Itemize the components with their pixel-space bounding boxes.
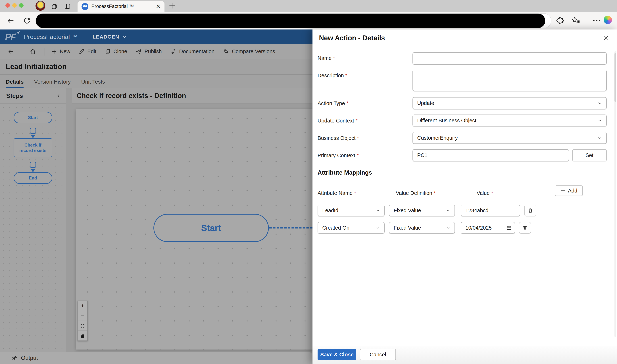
screen: PF ProcessFactorial ™ ✕ bbox=[0, 0, 617, 364]
tab-close-icon[interactable]: ✕ bbox=[156, 3, 161, 10]
mapping-row1-attribute-select[interactable]: LeadId bbox=[317, 205, 384, 216]
add-step-button[interactable] bbox=[30, 128, 36, 134]
set-button[interactable]: Set bbox=[572, 149, 607, 161]
favorites-star-icon[interactable] bbox=[571, 16, 580, 25]
document-icon bbox=[170, 48, 177, 55]
extensions-puzzle-icon[interactable] bbox=[556, 16, 564, 25]
mapping-row1-definition-select[interactable]: Fixed Value bbox=[389, 205, 455, 216]
output-bar[interactable]: Output bbox=[0, 352, 312, 364]
zoom-out-button[interactable]: − bbox=[78, 311, 88, 321]
tab-title: ProcessFactorial ™ bbox=[91, 4, 154, 9]
trash-icon bbox=[528, 208, 533, 213]
step-node-start[interactable]: Start bbox=[14, 112, 52, 123]
panel-close-icon[interactable] bbox=[603, 34, 610, 41]
cancel-button[interactable]: Cancel bbox=[360, 349, 396, 360]
pin-icon bbox=[11, 355, 17, 361]
sidebar-toggle-icon[interactable] bbox=[64, 2, 71, 10]
mapping-row1-value-input[interactable]: 1234abcd bbox=[461, 205, 520, 216]
profile-avatar[interactable] bbox=[36, 1, 45, 11]
mapping-row2-date-input[interactable]: 10/04/2025 bbox=[461, 222, 515, 234]
canvas-node-start[interactable]: Start bbox=[153, 214, 269, 242]
panel-title: New Action - Details bbox=[319, 34, 385, 42]
toolbar-publish-button[interactable]: Publish bbox=[136, 48, 162, 55]
action-type-select[interactable]: Update bbox=[412, 97, 607, 109]
tab-version-history[interactable]: Version History bbox=[34, 79, 71, 88]
toolbar-back-button[interactable] bbox=[8, 48, 14, 55]
steps-minimap: Start Check if record exists bbox=[0, 104, 66, 352]
pencil-icon bbox=[79, 49, 85, 55]
toolbar-edit-button[interactable]: Edit bbox=[79, 49, 96, 55]
address-field[interactable] bbox=[36, 13, 551, 28]
new-action-panel: New Action - Details Name* Description* … bbox=[313, 29, 617, 364]
unlock-icon bbox=[80, 333, 85, 338]
attribute-mappings-title: Attribute Mappings bbox=[317, 169, 372, 176]
calendar-icon[interactable] bbox=[506, 225, 512, 231]
value-definition-header: Value Definition* bbox=[396, 190, 436, 196]
step-connector bbox=[30, 157, 36, 172]
traffic-light-zoom[interactable] bbox=[19, 3, 24, 8]
description-label: Description* bbox=[317, 73, 347, 78]
name-input[interactable] bbox=[412, 52, 607, 65]
primary-context-input[interactable]: PC1 bbox=[412, 149, 569, 161]
plus-icon bbox=[560, 188, 566, 193]
primary-context-label: Primary Context* bbox=[317, 153, 359, 158]
chevron-down-icon bbox=[375, 208, 380, 213]
toolbar-documentation-button[interactable]: Documentation bbox=[170, 48, 215, 55]
mapping-row2-delete-button[interactable] bbox=[519, 222, 531, 234]
add-step-button[interactable] bbox=[30, 162, 36, 168]
mapping-row2-attribute-select[interactable]: Created On bbox=[317, 222, 384, 234]
update-context-select[interactable]: Different Business Object bbox=[412, 115, 607, 127]
chevron-down-icon bbox=[122, 35, 127, 39]
plus-icon bbox=[51, 49, 57, 55]
attribute-name-header: Attribute Name* bbox=[317, 190, 356, 196]
business-object-select[interactable]: CustomerEnquiry bbox=[412, 132, 607, 144]
chevron-down-icon bbox=[597, 135, 602, 140]
browser-tab[interactable]: PF ProcessFactorial ™ ✕ bbox=[78, 1, 165, 12]
collapse-chevron-left-icon[interactable] bbox=[56, 93, 61, 99]
mapping-row1-delete-button[interactable] bbox=[524, 205, 536, 216]
toolbar-home-button[interactable] bbox=[29, 48, 36, 55]
zoom-in-button[interactable]: + bbox=[78, 301, 88, 311]
reload-icon[interactable] bbox=[23, 16, 31, 25]
plus-icon bbox=[31, 163, 35, 167]
description-textarea[interactable] bbox=[412, 70, 607, 91]
tab-details[interactable]: Details bbox=[6, 79, 24, 88]
mapping-row2-definition-select[interactable]: Fixed Value bbox=[389, 222, 455, 234]
tab-unit-tests[interactable]: Unit Tests bbox=[81, 79, 105, 88]
chevron-down-icon bbox=[446, 208, 451, 213]
pending-connection-line bbox=[269, 227, 313, 229]
step-node-check[interactable]: Check if record exists bbox=[14, 138, 52, 157]
step-node-end[interactable]: End bbox=[14, 172, 52, 184]
toolbar-compare-versions-button[interactable]: Compare Versions bbox=[223, 48, 275, 55]
traffic-light-close[interactable] bbox=[5, 3, 10, 8]
save-and-close-button[interactable]: Save & Close bbox=[317, 349, 356, 360]
browser-tab-bar: PF ProcessFactorial ™ ✕ bbox=[0, 0, 617, 12]
copilot-icon[interactable] bbox=[603, 16, 612, 24]
update-context-label: Update Context* bbox=[317, 118, 357, 124]
chevron-down-icon bbox=[597, 118, 602, 123]
toolbar-clone-button[interactable]: Clone bbox=[105, 49, 127, 55]
new-tab-button[interactable] bbox=[168, 2, 176, 10]
fit-view-button[interactable] bbox=[78, 321, 88, 331]
step-connector bbox=[30, 123, 36, 138]
browser-menu-ellipsis-icon[interactable] bbox=[592, 17, 602, 24]
chevron-down-icon bbox=[446, 225, 451, 230]
add-mapping-button[interactable]: Add bbox=[555, 185, 583, 196]
panel-scrollbar[interactable] bbox=[615, 51, 616, 337]
canvas-zoom-controls: + − bbox=[78, 301, 88, 341]
back-icon[interactable] bbox=[7, 16, 15, 25]
toolbar-divider bbox=[567, 18, 567, 24]
value-header: Value* bbox=[477, 190, 493, 196]
traffic-light-minimize[interactable] bbox=[12, 3, 17, 8]
fit-view-icon bbox=[80, 323, 85, 328]
header-divider bbox=[85, 33, 85, 41]
chevron-down-icon bbox=[597, 101, 602, 106]
output-label: Output bbox=[21, 355, 38, 361]
tab-favicon: PF bbox=[82, 3, 88, 10]
action-type-label: Action Type* bbox=[317, 100, 348, 106]
tab-overview-icon[interactable] bbox=[51, 2, 58, 10]
steps-title: Steps bbox=[6, 92, 23, 99]
toolbar-new-button[interactable]: New bbox=[51, 49, 70, 55]
lock-toggle-button[interactable] bbox=[78, 331, 88, 341]
workspace-selector[interactable]: LEADGEN bbox=[93, 34, 127, 40]
